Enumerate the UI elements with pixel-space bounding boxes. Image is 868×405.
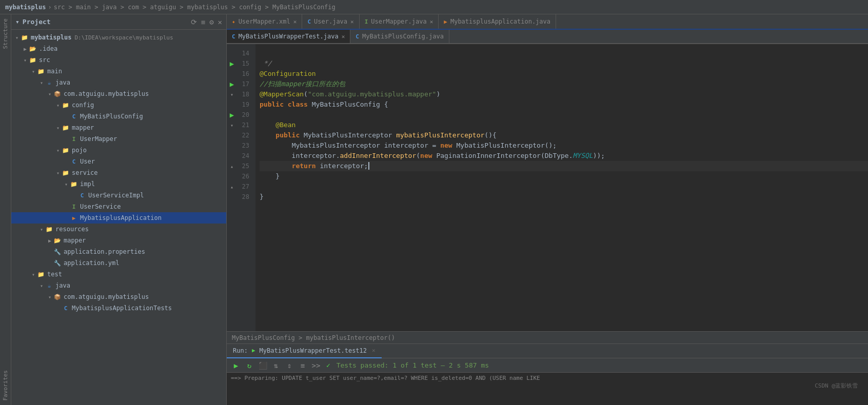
tree-item-mapper[interactable]: ▾ 📁 mapper (11, 122, 226, 133)
tree-item-java[interactable]: ▾ ☕ java (11, 77, 226, 88)
tab-usermapper-java[interactable]: I UserMapper.java ✕ (360, 14, 439, 29)
tree-item-test[interactable]: ▾ 📁 test (11, 269, 226, 280)
run-icon: ▶ (252, 347, 255, 354)
line-24: return interceptor; (260, 161, 868, 171)
vertical-tabs: Structure Favorites (0, 14, 11, 405)
xml-icon: ✦ (232, 18, 235, 25)
tree-item-userservice[interactable]: I UserService (11, 201, 226, 212)
close-tab-xml[interactable]: ✕ (293, 18, 297, 25)
stop-button[interactable]: ⬛ (258, 360, 268, 371)
tree-item-mapper-res[interactable]: ▶ 📂 mapper (11, 235, 226, 246)
line-gutter: 14 ▶ 15 16 ▶ 17 ▾ (227, 44, 255, 331)
tree-item-appyml[interactable]: 🔧 application.yml (11, 257, 226, 269)
tab-mybatisplusapp-java[interactable]: ▶ MybatisplusApplication.java (439, 14, 556, 29)
tree-item-mybatisplusapp[interactable]: ▶ MybatisplusApplication (11, 212, 226, 224)
gutter-18: ▾ 18 (227, 89, 255, 99)
fold-17: ▶ (227, 80, 237, 88)
settings-icon[interactable]: ⚙ (209, 18, 213, 26)
expand-button[interactable]: ≡ (298, 360, 308, 371)
sync-icon[interactable]: ⟳ (191, 18, 197, 26)
code-editor[interactable]: 14 ▶ 15 16 ▶ 17 ▾ (227, 44, 868, 331)
linenum-25: 25 (237, 163, 252, 170)
breadcrumb-bar: MyBatisPlusConfig > mybatisPlusIntercept… (227, 331, 868, 343)
close-tab-wrappertest[interactable]: ✕ (342, 33, 345, 40)
title-breadcrumb: src > main > java > com > atguigu > myba… (54, 4, 336, 11)
gutter-15: ▶ 15 (227, 58, 255, 69)
gutter-14: 14 (227, 48, 255, 58)
tab-usermapper-xml[interactable]: ✦ UserMapper.xml ✕ (227, 14, 302, 29)
class-icon: C (356, 33, 359, 40)
fold-15: ▶ (227, 59, 237, 68)
folder-icon: 📂 (53, 236, 62, 245)
rerun-button[interactable]: ↻ (244, 360, 254, 371)
close-tab-usermapper[interactable]: ✕ (430, 18, 433, 25)
linenum-26: 26 (237, 173, 252, 180)
tree-item-com[interactable]: ▾ 📦 com.atguigu.mybatisplus (11, 88, 226, 99)
tree-item-testclass[interactable]: C MybatisplusApplicationTests (11, 302, 226, 314)
folder-icon: 📁 (29, 56, 37, 64)
folder-icon: 📁 (62, 146, 70, 154)
filter-button[interactable]: ⇕ (284, 360, 294, 371)
tree-item-pojo[interactable]: ▾ 📁 pojo (11, 145, 226, 156)
run-tab[interactable]: Run: ▶ MyBatisPlusWrapperTest.test12 ✕ (227, 344, 382, 358)
tree-item-testjava[interactable]: ▾ ☕ java (11, 280, 226, 291)
folder-icon: 📁 (62, 124, 70, 132)
next-button[interactable]: >> (311, 360, 321, 371)
breadcrumb-text: MyBatisPlusConfig > mybatisPlusIntercept… (232, 334, 395, 341)
line-18: public class MyBatisPlusConfig { (260, 100, 388, 108)
tree-item-config[interactable]: ▾ 📁 config (11, 99, 226, 111)
close-panel-icon[interactable]: ✕ (218, 18, 222, 26)
line-25: } (260, 172, 280, 180)
gutter-24: 24 (227, 151, 255, 161)
tree-item-testcom[interactable]: ▾ 📦 com.atguigu.mybatisplus (11, 291, 226, 302)
favorites-tab[interactable]: Favorites (1, 366, 10, 405)
tab-config-java[interactable]: C MyBatisPlusConfig.java (350, 30, 449, 43)
testclass-icon: C (62, 304, 70, 312)
tree-item-root[interactable]: ▾ 📁 mybatisplus D:\IDEA\workspace\mybati… (11, 32, 226, 43)
tree-item-src[interactable]: ▾ 📁 src (11, 54, 226, 66)
tree-item-impl[interactable]: ▾ 📁 impl (11, 178, 226, 190)
gutter-26: 26 (227, 171, 255, 181)
tree-item-appprops[interactable]: 🔧 application.properties (11, 246, 226, 257)
code-text[interactable]: */ @Configuration //扫描mapper接口所在的包 @Mapp… (255, 44, 868, 331)
interface-icon: I (70, 202, 78, 211)
tree-item-mybatisplusconfig[interactable]: C MyBatisPlusConfig (11, 111, 226, 122)
close-run-tab[interactable]: ✕ (372, 347, 376, 354)
bottom-tabs: Run: ▶ MyBatisPlusWrapperTest.test12 ✕ (227, 344, 868, 358)
line-23: interceptor.addInnerInterceptor(new Pagi… (260, 152, 605, 159)
close-tab-user[interactable]: ✕ (350, 18, 354, 25)
sort-button[interactable]: ⇅ (271, 360, 281, 371)
title-bar: mybatisplus › src > main > java > com > … (0, 0, 868, 14)
play-button[interactable]: ▶ (231, 360, 241, 371)
gutter-20: ▶ 20 (227, 110, 255, 120)
interface-icon: I (365, 18, 368, 25)
line-22: MybatisPlusInterceptor interceptor = new… (260, 141, 557, 149)
tree-item-resources[interactable]: ▾ 📁 resources (11, 224, 226, 235)
folder-icon: 📁 (45, 225, 53, 233)
tab-wrappertest[interactable]: C MyBatisPlusWrapperTest.java ✕ (227, 30, 350, 43)
folder-icon: 📁 (37, 67, 45, 75)
test-folder-icon: 📁 (37, 270, 45, 278)
tree-item-idea[interactable]: ▶ 📂 .idea (11, 43, 226, 54)
tree-item-usermapper[interactable]: I UserMapper (11, 133, 226, 145)
tab-user-java[interactable]: C User.java ✕ (302, 14, 359, 29)
app-icon: ▶ (70, 214, 78, 222)
tree-item-userserviceimpl[interactable]: C UserServiceImpl (11, 190, 226, 201)
structure-tab[interactable]: Structure (1, 14, 10, 53)
tree-item-user[interactable]: C User (11, 156, 226, 167)
linenum-24: 24 (237, 152, 252, 159)
project-panel: ▾ Project ⟳ ≡ ⚙ ✕ ▾ 📁 mybatisplus D:\IDE… (11, 14, 227, 405)
linenum-21: 21 (237, 121, 252, 129)
bottom-output: ==> Preparing: UPDATE t_user SET user_na… (227, 373, 868, 405)
linenum-20: 20 (237, 111, 252, 118)
app-icon: ▶ (444, 18, 447, 25)
line-17: @MapperScan("com.atguigu.mybatisplus.map… (260, 90, 440, 98)
tree-item-service[interactable]: ▾ 📁 service (11, 167, 226, 178)
collapse-icon[interactable]: ≡ (201, 18, 205, 26)
linenum-19: 19 (237, 101, 252, 108)
folder-icon: 📁 (62, 169, 70, 177)
checkmark-icon: ✓ (326, 361, 330, 369)
line-27: } (260, 193, 264, 200)
tree-item-main[interactable]: ▾ 📁 main (11, 66, 226, 77)
folder-icon: 📁 (62, 101, 70, 109)
